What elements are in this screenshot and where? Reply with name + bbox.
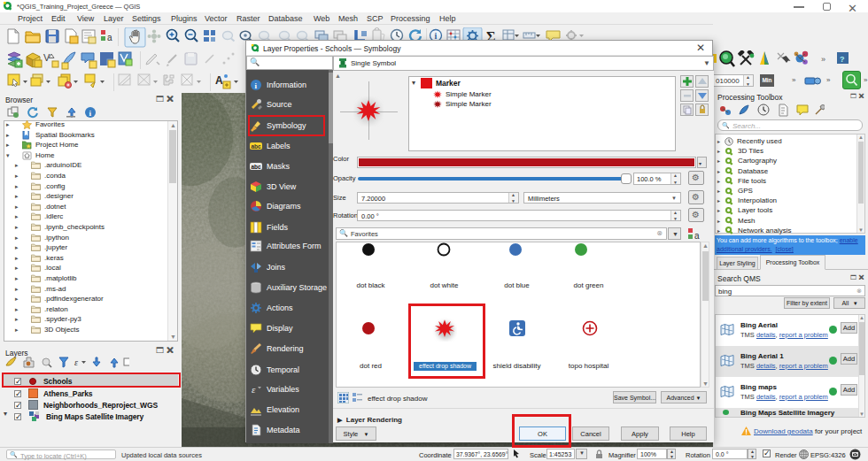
- svg-text:ε: ε: [252, 384, 256, 395]
- svg-text:abc: abc: [252, 143, 262, 150]
- svg-text:?: ?: [840, 55, 845, 64]
- svg-text:A: A: [215, 74, 223, 87]
- svg-text:ε: ε: [74, 357, 78, 367]
- svg-text:abc: abc: [252, 164, 262, 170]
- svg-text:a: a: [107, 33, 112, 42]
- svg-text:»: »: [821, 55, 825, 64]
- svg-text:a: a: [694, 231, 700, 240]
